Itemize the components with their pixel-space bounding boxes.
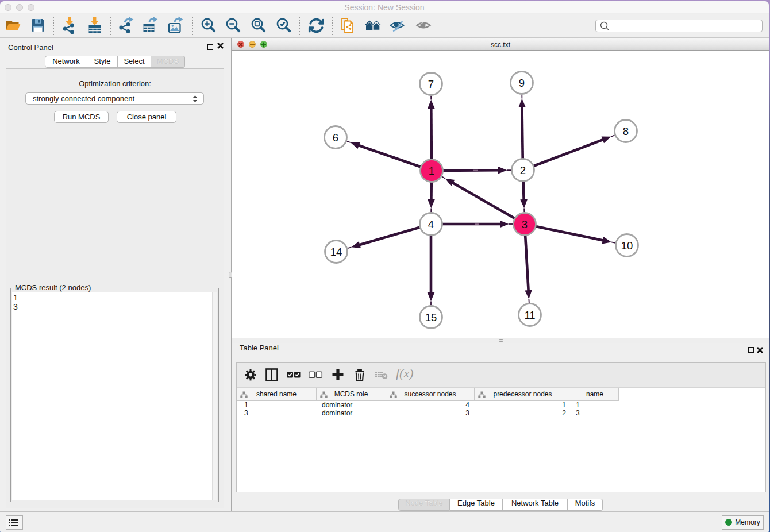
svg-text:1: 1	[429, 165, 434, 177]
svg-text:7: 7	[428, 78, 434, 90]
svg-text:9: 9	[519, 77, 525, 89]
svg-text:6: 6	[333, 132, 338, 144]
svg-text:3: 3	[522, 218, 528, 230]
svg-text:10: 10	[621, 240, 633, 252]
svg-text:15: 15	[425, 311, 437, 323]
svg-text:2: 2	[520, 164, 526, 176]
svg-text:14: 14	[330, 246, 342, 258]
svg-text:8: 8	[623, 125, 629, 137]
svg-text:11: 11	[524, 309, 535, 321]
svg-text:4: 4	[428, 218, 434, 230]
